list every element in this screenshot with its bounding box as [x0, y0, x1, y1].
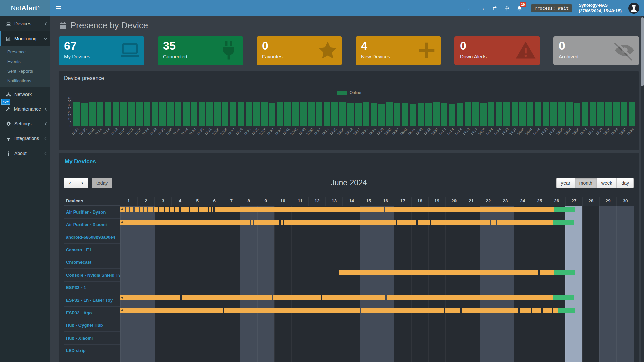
device-name[interactable]: Camera - E1	[64, 244, 120, 256]
online-bar[interactable]	[120, 295, 180, 300]
stat-card-my-devices[interactable]: 67My Devices	[59, 36, 144, 65]
device-name[interactable]: Chromecast	[64, 256, 120, 269]
online-bar[interactable]	[532, 308, 541, 313]
day-header: 22	[480, 197, 497, 206]
calendar-next-button[interactable]: ›	[76, 178, 88, 188]
sidebar-item-about[interactable]: About	[0, 146, 50, 161]
device-name[interactable]: ESP32 - 1	[64, 282, 120, 294]
presence-bar	[394, 103, 400, 126]
online-bar[interactable]	[543, 308, 553, 313]
gear-icon	[5, 121, 11, 126]
online-bar[interactable]	[159, 207, 163, 212]
x-tick-label: 11:56	[196, 127, 204, 136]
online-now-bar[interactable]	[554, 207, 575, 212]
online-bar[interactable]	[284, 220, 396, 225]
sidebar-item-settings[interactable]: Settings	[0, 116, 50, 131]
device-name[interactable]: Light - bedside B WiFi	[64, 357, 120, 362]
stat-card-down-alerts[interactable]: 0Down Alerts	[454, 36, 540, 65]
online-bar[interactable]	[135, 207, 139, 212]
move-icon[interactable]	[504, 5, 510, 11]
sidebar-item-integrations[interactable]: Integrations	[0, 131, 50, 146]
online-bar[interactable]	[254, 220, 280, 225]
sidebar-subitem-events[interactable]: Events	[0, 57, 50, 66]
notifications-button[interactable]: 15	[517, 5, 522, 11]
online-bar[interactable]	[445, 308, 460, 313]
calendar-today-button[interactable]: today	[92, 178, 112, 188]
online-bar[interactable]	[385, 207, 554, 212]
sidebar-subitem-sent-reports[interactable]: Sent Reports	[0, 66, 50, 76]
online-now-bar[interactable]	[554, 270, 575, 275]
online-bar[interactable]	[165, 207, 169, 212]
online-bar[interactable]	[130, 207, 133, 212]
online-bar[interactable]	[120, 220, 250, 225]
online-bar[interactable]	[215, 207, 384, 212]
online-now-bar[interactable]	[553, 220, 574, 225]
device-name[interactable]: Hub - Cygnet Hub	[64, 319, 120, 332]
online-bar[interactable]	[462, 308, 518, 313]
online-bar[interactable]	[212, 207, 213, 212]
online-bar[interactable]	[182, 295, 272, 300]
online-bar[interactable]	[251, 220, 253, 225]
online-bar[interactable]	[553, 308, 557, 313]
online-bar[interactable]	[209, 207, 211, 212]
online-bar[interactable]	[339, 270, 538, 275]
nav-forward-icon[interactable]: →	[479, 5, 485, 11]
online-bar[interactable]	[181, 207, 190, 212]
online-bar[interactable]	[520, 308, 531, 313]
device-name[interactable]: Hub - Xiaomi	[64, 332, 120, 345]
sidebar-subitem-notifications[interactable]: Notifications	[0, 76, 50, 86]
sidebar-item-monitoring[interactable]: Monitoring	[0, 31, 50, 46]
online-now-bar[interactable]	[558, 308, 575, 313]
calendar-view-day[interactable]: day	[617, 178, 634, 188]
device-name[interactable]: LED strip	[64, 345, 120, 357]
device-name[interactable]: android-68608b93a00e4	[64, 231, 120, 244]
online-bar[interactable]	[491, 220, 496, 225]
stat-card-new-devices[interactable]: 4New Devices	[356, 36, 441, 65]
device-name[interactable]: Console - Nvidia Shield TV	[64, 269, 120, 282]
device-name[interactable]: ESP32 - 1n - Laser Toy	[64, 294, 120, 307]
online-bar[interactable]	[273, 295, 321, 300]
online-bar[interactable]	[322, 295, 386, 300]
online-bar[interactable]	[148, 207, 153, 212]
presence-bar	[300, 102, 307, 126]
online-bar[interactable]	[387, 295, 553, 300]
online-bar[interactable]	[540, 270, 554, 275]
online-bar[interactable]	[170, 207, 174, 212]
device-name[interactable]: Air Purifier - Dyson	[64, 206, 120, 219]
stat-card-connected[interactable]: 35Connected	[158, 36, 243, 65]
online-bar[interactable]	[418, 220, 430, 225]
online-bar[interactable]	[190, 207, 198, 212]
sidebar-subitem-presence[interactable]: Presence	[0, 47, 50, 57]
online-bar[interactable]	[126, 207, 129, 212]
app-logo[interactable]: NetAlertx	[0, 0, 50, 16]
avatar[interactable]	[628, 3, 639, 14]
calendar-view-year[interactable]: year	[556, 178, 575, 188]
online-bar[interactable]	[497, 220, 553, 225]
calendar-prev-button[interactable]: ‹	[64, 178, 76, 188]
online-bar[interactable]	[144, 207, 147, 212]
page-scrollbar[interactable]	[641, 16, 644, 362]
online-bar[interactable]	[120, 308, 223, 313]
online-bar[interactable]	[140, 207, 143, 212]
scrollbar-thumb[interactable]	[641, 17, 644, 86]
online-bar[interactable]	[397, 220, 416, 225]
refresh-icon[interactable]	[492, 5, 497, 11]
device-name[interactable]: Air Purifier - Xiaomi	[64, 219, 120, 231]
online-bar[interactable]	[199, 207, 208, 212]
online-bar[interactable]	[224, 308, 360, 313]
calendar-view-week[interactable]: week	[597, 178, 617, 188]
stat-card-favorites[interactable]: 0Favorites	[257, 36, 342, 65]
online-now-bar[interactable]	[553, 295, 574, 300]
online-bar[interactable]	[154, 207, 158, 212]
device-name[interactable]: ESP32 - ttgo	[64, 307, 120, 319]
online-bar[interactable]	[361, 308, 444, 313]
x-tick: 11:25	[136, 127, 143, 144]
online-bar[interactable]	[431, 220, 490, 225]
nav-back-icon[interactable]: ←	[467, 5, 473, 11]
sidebar-toggle-button[interactable]	[51, 0, 66, 16]
stat-card-archived[interactable]: 0Archived	[553, 36, 639, 65]
sidebar-item-devices[interactable]: Devices	[0, 16, 50, 31]
online-bar[interactable]	[175, 207, 179, 212]
online-bar[interactable]	[281, 220, 283, 225]
calendar-view-month[interactable]: month	[575, 178, 597, 188]
